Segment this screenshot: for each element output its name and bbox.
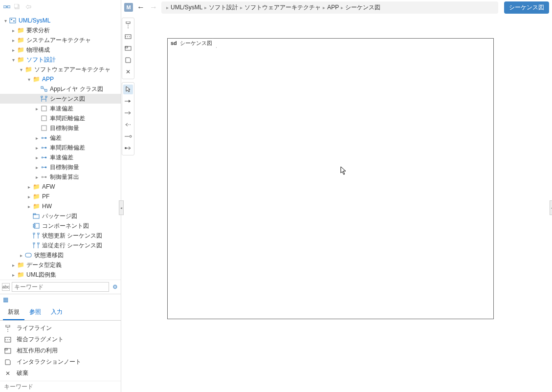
toolbar-icon-1[interactable]	[3, 3, 11, 11]
palette-lifeline[interactable]: ライフライン	[0, 323, 121, 334]
expand-arrow[interactable]: ▸	[25, 183, 32, 190]
tab-ref[interactable]: 参照	[24, 305, 46, 320]
tool-lifeline-icon[interactable]	[123, 20, 133, 30]
tool-combined-icon[interactable]	[123, 32, 133, 42]
expand-arrow[interactable]: ▸	[33, 144, 40, 151]
expand-arrow[interactable]: ▾	[25, 76, 32, 83]
tool-note-icon[interactable]	[123, 55, 133, 65]
tree-node-stateupd[interactable]: ▸状態更新 シーケンス図	[0, 231, 121, 240]
expand-arrow[interactable]: ▾	[18, 66, 24, 73]
tree-node-req[interactable]: ▸📁要求分析	[0, 25, 121, 35]
diagram-canvas[interactable]: sdシーケンス図	[167, 38, 494, 319]
tool-async-msg-icon[interactable]	[123, 108, 133, 118]
tree-node-distdev[interactable]: ▸⊶車間距離偏差	[0, 143, 121, 152]
palette-panel: ▦ 新規 参照 入力 ライフライン 複合フラグメント 相互作用の利用 インタラク…	[0, 294, 121, 392]
expand-arrow[interactable]: ▾	[10, 56, 17, 63]
tool-group-1: ✕	[122, 18, 134, 79]
tree-node-sysarch[interactable]: ▸📁システムアーキテクチャ	[0, 35, 121, 45]
svg-rect-5	[10, 18, 16, 23]
tree-label: シーケンス図	[50, 95, 85, 103]
tool-sync-msg-icon[interactable]	[123, 96, 133, 106]
tree-node-dev[interactable]: ▸⊶偏差	[0, 133, 121, 143]
tree-label: HW	[42, 203, 52, 210]
expand-arrow[interactable]: ▸	[10, 46, 17, 53]
expand-arrow[interactable]: ▸	[25, 193, 32, 200]
tree-node-speeddev[interactable]: ▸⊶車速偏差	[0, 152, 121, 162]
left-splitter[interactable]: ◂	[119, 200, 124, 215]
block-icon	[40, 105, 48, 112]
tool-lost-msg-icon[interactable]	[123, 143, 133, 153]
tree-node-datadef[interactable]: ▸📁データ型定義	[0, 260, 121, 270]
search-input[interactable]	[12, 282, 109, 292]
expand-arrow[interactable]: ▸	[18, 252, 24, 259]
nav-back[interactable]: ←	[136, 2, 146, 12]
tree-node-appclass[interactable]: ▸Appレイヤ クラス図	[0, 84, 121, 94]
toolbar-icon-3[interactable]	[24, 3, 32, 11]
tree-label: パッケージ図	[42, 212, 77, 220]
palette-destroy[interactable]: ✕破棄	[0, 368, 121, 379]
right-splitter[interactable]: ◂	[550, 200, 552, 215]
keyword-input[interactable]	[0, 381, 121, 392]
tree-node-speed[interactable]: ▸車速偏差	[0, 104, 121, 113]
tree-node-dist[interactable]: ▸車間距離偏差	[0, 113, 121, 123]
expand-arrow[interactable]: ▸	[10, 37, 17, 44]
tree-node-phys[interactable]: ▸📁物理構成	[0, 45, 121, 55]
expand-arrow[interactable]: ▸	[33, 164, 40, 171]
search-type-icon[interactable]: abc	[2, 283, 10, 291]
expand-arrow[interactable]: ▸	[33, 154, 40, 161]
folder-icon: 📁	[24, 66, 32, 73]
tree-node-hw[interactable]: ▸📁HW	[0, 201, 121, 211]
tree-node-pkg[interactable]: ▸パッケージ図	[0, 211, 121, 221]
expand-arrow[interactable]: ▾	[2, 17, 9, 24]
palette-note[interactable]: インタラクションノート	[0, 356, 121, 368]
crumb[interactable]: シーケンス図	[345, 3, 380, 12]
tree-node-swarch[interactable]: ▾📁ソフトウェアアーキテクチャ	[0, 65, 121, 74]
expand-arrow[interactable]: ▸	[25, 203, 32, 210]
tree-node-afw[interactable]: ▸📁AFW	[0, 182, 121, 192]
tool-reply-msg-icon[interactable]	[123, 120, 133, 130]
tree-node-soft[interactable]: ▾📁ソフト設計	[0, 55, 121, 65]
expand-arrow[interactable]: ▸	[33, 134, 40, 141]
tree-node-app[interactable]: ▾📁APP	[0, 74, 121, 84]
tool-pointer-icon[interactable]	[123, 85, 133, 94]
expand-arrow[interactable]: ▸	[33, 105, 40, 112]
tree-node-targetctrl[interactable]: ▸⊶目標制御量	[0, 162, 121, 172]
tree-node-seq[interactable]: ▸シーケンス図	[0, 94, 121, 104]
expand-arrow[interactable]: ▸	[33, 174, 40, 180]
expand-arrow[interactable]: ▸	[10, 271, 17, 278]
expand-arrow[interactable]: ▸	[10, 261, 17, 268]
model-badge[interactable]: M	[124, 3, 133, 12]
svg-rect-12	[45, 96, 47, 97]
tree-node-pf[interactable]: ▸📁PF	[0, 192, 121, 201]
nav-forward[interactable]: →	[149, 2, 158, 12]
tool-create-msg-icon[interactable]	[123, 131, 133, 141]
tool-destroy-icon[interactable]: ✕	[123, 67, 133, 77]
tree-node-statetrans[interactable]: ▸状態遷移図	[0, 250, 121, 260]
crumb[interactable]: APP	[327, 4, 339, 11]
tool-ref-icon[interactable]	[123, 44, 133, 53]
tree-node-follow[interactable]: ▸追従走行 シーケンス図	[0, 240, 121, 250]
diagram-type-badge[interactable]: シーケンス図	[504, 1, 549, 14]
crumb[interactable]: UML/SysML	[171, 4, 202, 11]
crumb-sep: ▸	[341, 5, 343, 10]
folder-icon: 📁	[17, 261, 24, 268]
tree-node-target[interactable]: ▸目標制御量	[0, 123, 121, 133]
crumb[interactable]: ソフト設計	[209, 3, 238, 12]
crumb[interactable]: ソフトウェアアーキテクチャ	[244, 3, 321, 12]
tree-label: コンポーネント図	[42, 222, 89, 230]
tree-node-examples[interactable]: ▸📁UML図例集	[0, 270, 121, 280]
palette-interuse[interactable]: 相互作用の利用	[0, 345, 121, 356]
tab-input[interactable]: 入力	[46, 305, 67, 320]
search-filter-icon[interactable]: ⚙	[111, 283, 119, 291]
tree-node-comp[interactable]: ▸コンポーネント図	[0, 221, 121, 231]
tree-node-ctrlcalc[interactable]: ▸⊶制御量算出	[0, 172, 121, 182]
expand-arrow[interactable]: ▸	[10, 27, 17, 34]
diagram-icon	[40, 86, 48, 92]
folder-icon: 📁	[32, 193, 40, 200]
folder-icon: 📁	[17, 271, 24, 278]
tab-new[interactable]: 新規	[3, 305, 24, 320]
tree-node-root[interactable]: ▾UML/SysML	[0, 16, 121, 25]
interface-icon: ⊶	[40, 134, 48, 141]
toolbar-icon-2[interactable]	[14, 3, 22, 11]
palette-combined[interactable]: 複合フラグメント	[0, 334, 121, 345]
